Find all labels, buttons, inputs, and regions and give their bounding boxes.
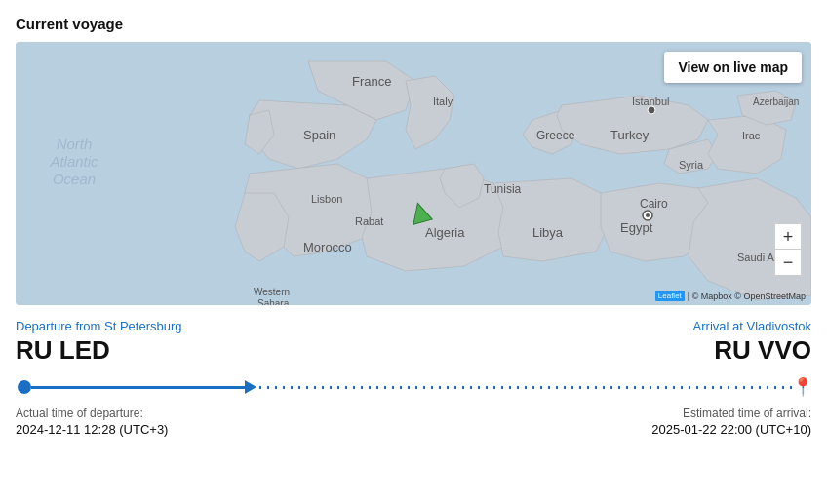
svg-text:Egypt: Egypt	[620, 220, 653, 235]
svg-text:North: North	[57, 136, 93, 152]
zoom-out-button[interactable]: −	[775, 250, 801, 275]
svg-text:Italy: Italy	[433, 96, 453, 107]
svg-text:Sahara: Sahara	[257, 298, 290, 305]
svg-text:Atlantic: Atlantic	[49, 153, 98, 170]
section-title: Current voyage	[16, 16, 811, 32]
svg-text:Spain: Spain	[303, 128, 335, 142]
progress-track: 📍	[18, 377, 809, 397]
svg-text:Algeria: Algeria	[425, 225, 465, 240]
svg-text:Azerbaijan: Azerbaijan	[753, 97, 799, 107]
svg-text:Libya: Libya	[532, 225, 564, 240]
arrival-time-block: Estimated time of arrival: 2025-01-22 22…	[651, 407, 811, 437]
arrival-dot: 📍	[796, 380, 809, 394]
map-attribution: Leaflet | © Mapbox © OpenStreetMap	[655, 291, 806, 301]
svg-point-42	[646, 213, 650, 217]
voyage-progress: 📍	[16, 377, 811, 397]
progress-arrow	[245, 380, 256, 394]
departure-time-value: 2024-12-11 12:28 (UTC+3)	[16, 422, 168, 437]
svg-text:Morocco: Morocco	[303, 240, 352, 254]
map-container: North Atlantic Ocean	[16, 42, 811, 305]
departure-block: Departure from St Petersburg RU LED	[16, 319, 182, 366]
current-voyage-panel: Current voyage North Atlantic Ocean	[0, 0, 827, 456]
voyage-times: Actual time of departure: 2024-12-11 12:…	[16, 407, 811, 437]
arrival-pin-icon: 📍	[792, 376, 813, 398]
voyage-info: Departure from St Petersburg RU LED Arri…	[16, 319, 811, 366]
svg-text:Ocean: Ocean	[53, 171, 96, 187]
arrival-time-label: Estimated time of arrival:	[651, 407, 811, 420]
departure-label: Departure from St Petersburg	[16, 319, 182, 333]
map-zoom-controls: + −	[774, 223, 802, 276]
departure-code: RU LED	[16, 335, 182, 366]
arrival-label: Arrival at Vladivostok	[693, 319, 811, 333]
arrival-time-value: 2025-01-22 22:00 (UTC+10)	[651, 422, 811, 437]
departure-time-label: Actual time of departure:	[16, 407, 168, 420]
live-map-button[interactable]: View on live map	[664, 52, 802, 83]
progress-dotted-line	[256, 386, 796, 389]
svg-text:Lisbon: Lisbon	[311, 193, 342, 205]
departure-time-block: Actual time of departure: 2024-12-11 12:…	[16, 407, 168, 437]
arrival-block: Arrival at Vladivostok RU VVO	[693, 319, 811, 366]
mapbox-attribution: | © Mapbox © OpenStreetMap	[688, 291, 806, 301]
svg-text:France: France	[352, 74, 391, 89]
departure-dot	[18, 380, 31, 394]
svg-text:Western: Western	[254, 287, 290, 297]
zoom-in-button[interactable]: +	[775, 224, 801, 250]
svg-text:Greece: Greece	[536, 129, 575, 142]
svg-text:Cairo: Cairo	[640, 197, 668, 211]
svg-text:Syria: Syria	[679, 159, 704, 171]
svg-text:Turkey: Turkey	[610, 128, 650, 142]
svg-text:Istanbul: Istanbul	[632, 96, 670, 107]
arrival-code: RU VVO	[693, 335, 811, 366]
svg-text:Rabat: Rabat	[355, 215, 383, 227]
svg-point-40	[648, 106, 655, 114]
svg-text:Irac: Irac	[742, 130, 761, 141]
leaflet-badge: Leaflet	[655, 291, 685, 301]
progress-solid-line	[31, 386, 246, 389]
svg-text:Tunisia: Tunisia	[484, 182, 522, 196]
